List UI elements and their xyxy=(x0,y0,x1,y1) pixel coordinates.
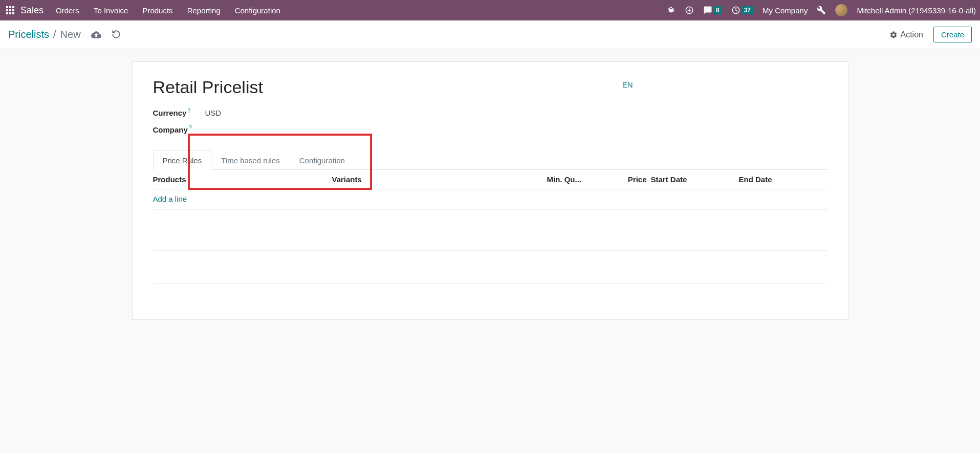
currency-label: Currency? xyxy=(153,107,191,117)
menu-products[interactable]: Products xyxy=(142,6,172,15)
grid-empty-row xyxy=(153,251,827,271)
company-label: Company? xyxy=(153,124,192,134)
discard-icon[interactable] xyxy=(112,30,121,40)
create-button[interactable]: Create xyxy=(933,27,972,42)
user-avatar[interactable] xyxy=(835,4,847,16)
grid-footer xyxy=(153,284,827,319)
currency-value[interactable]: USD xyxy=(205,109,221,117)
action-label: Action xyxy=(901,30,923,39)
activities-icon[interactable]: 37 xyxy=(731,6,753,15)
unsaved-cloud-icon[interactable] xyxy=(91,30,101,40)
breadcrumb-separator: / xyxy=(53,29,56,40)
bug-icon[interactable] xyxy=(666,6,676,15)
help-icon[interactable]: ? xyxy=(187,107,190,114)
breadcrumb-parent[interactable]: Pricelists xyxy=(8,29,49,40)
col-header-price[interactable]: Price xyxy=(624,175,647,184)
col-header-variants[interactable]: Variants xyxy=(332,175,547,184)
grid-add-row: Add a line xyxy=(153,189,827,210)
messages-badge: 8 xyxy=(713,6,722,14)
support-icon[interactable] xyxy=(685,6,694,15)
menu-reporting[interactable]: Reporting xyxy=(187,6,221,15)
menu-orders[interactable]: Orders xyxy=(56,6,79,15)
col-header-startdate[interactable]: Start Date xyxy=(647,175,739,184)
company-field: Company? xyxy=(153,124,622,134)
form-sheet: Retail Pricelist Currency? USD Company? … xyxy=(132,61,848,320)
menu-to-invoice[interactable]: To Invoice xyxy=(94,6,128,15)
grid-empty-row xyxy=(153,230,827,251)
apps-menu-icon[interactable] xyxy=(6,6,14,14)
control-panel: Pricelists / New Action Create xyxy=(0,20,980,49)
systray: 8 37 My Company Mitchell Admin (21945339… xyxy=(666,4,976,16)
tab-time-based-rules[interactable]: Time based rules xyxy=(211,150,290,170)
grid-header-row: Products Variants Min. Qu... Price Start… xyxy=(153,170,827,189)
grid-empty-row xyxy=(153,210,827,230)
col-header-minqu[interactable]: Min. Qu... xyxy=(547,175,624,184)
gear-icon xyxy=(889,31,898,39)
tools-icon[interactable] xyxy=(817,6,826,15)
tab-configuration[interactable]: Configuration xyxy=(290,150,355,170)
top-navigation: Sales Orders To Invoice Products Reporti… xyxy=(0,0,980,20)
status-indicators xyxy=(91,30,121,40)
app-brand[interactable]: Sales xyxy=(20,5,43,16)
main-menu: Orders To Invoice Products Reporting Con… xyxy=(56,6,280,15)
company-switcher[interactable]: My Company xyxy=(763,6,808,15)
help-icon[interactable]: ? xyxy=(189,124,192,131)
col-header-enddate[interactable]: End Date xyxy=(739,175,827,184)
menu-configuration[interactable]: Configuration xyxy=(235,6,280,15)
tab-price-rules[interactable]: Price Rules xyxy=(153,150,212,170)
breadcrumb: Pricelists / New xyxy=(8,29,81,40)
col-header-products[interactable]: Products xyxy=(153,175,332,184)
action-dropdown[interactable]: Action xyxy=(889,30,923,39)
activities-badge: 37 xyxy=(742,6,753,14)
price-rules-grid: Products Variants Min. Qu... Price Start… xyxy=(153,170,827,319)
currency-field: Currency? USD xyxy=(153,107,622,117)
pricelist-title[interactable]: Retail Pricelist xyxy=(153,77,622,97)
language-selector[interactable]: EN xyxy=(622,80,633,89)
notebook-tabs: Price Rules Time based rules Configurati… xyxy=(153,150,827,170)
page-body: Retail Pricelist Currency? USD Company? … xyxy=(0,49,980,340)
messages-icon[interactable]: 8 xyxy=(703,6,722,15)
breadcrumb-current: New xyxy=(60,29,81,40)
user-name[interactable]: Mitchell Admin (21945339-16-0-all) xyxy=(857,6,976,15)
add-line-link[interactable]: Add a line xyxy=(153,195,187,204)
